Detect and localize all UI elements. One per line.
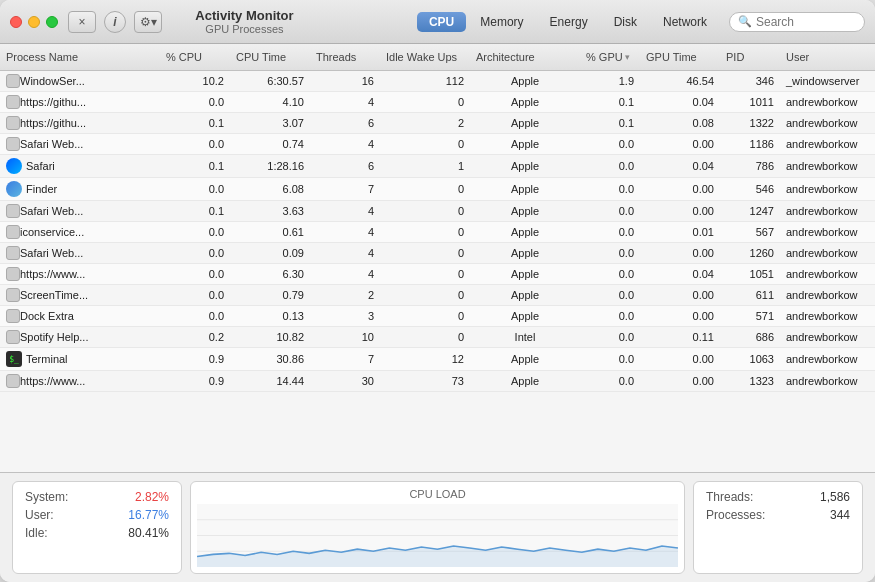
td-gpu: 0.0 <box>580 155 640 177</box>
td-user: andrewborkow <box>780 285 875 305</box>
td-user: andrewborkow <box>780 92 875 112</box>
td-arch: Apple <box>470 134 580 154</box>
td-pid: 1011 <box>720 92 780 112</box>
tab-cpu[interactable]: CPU <box>417 12 466 32</box>
td-threads: 4 <box>310 243 380 263</box>
sort-arrow-gpu: ▾ <box>625 52 630 62</box>
threads-panel: Threads: 1,586 Processes: 344 <box>693 481 863 574</box>
system-stat-row: System: 2.82% <box>25 490 169 504</box>
titlebar: × i ⚙ ▾ Activity Monitor GPU Processes C… <box>0 0 875 44</box>
td-gpu: 0.0 <box>580 201 640 221</box>
td-gpu-time: 0.04 <box>640 155 720 177</box>
td-cpu: 0.0 <box>160 92 230 112</box>
th-gpu-time[interactable]: GPU Time <box>640 48 720 66</box>
table-row[interactable]: https://githu... 0.1 3.07 6 2 Apple 0.1 … <box>0 113 875 134</box>
table-row[interactable]: https://githu... 0.0 4.10 4 0 Apple 0.1 … <box>0 92 875 113</box>
system-value: 2.82% <box>135 490 169 504</box>
td-pid: 546 <box>720 178 780 200</box>
td-cpu-time: 10.82 <box>230 327 310 347</box>
table-row[interactable]: WindowSer... 10.2 6:30.57 16 112 Apple 1… <box>0 71 875 92</box>
th-cpu-time[interactable]: CPU Time <box>230 48 310 66</box>
search-box[interactable]: 🔍 <box>729 12 865 32</box>
td-cpu: 0.1 <box>160 113 230 133</box>
table-row[interactable]: Safari 0.1 1:28.16 6 1 Apple 0.0 0.04 78… <box>0 155 875 178</box>
table-row[interactable]: Spotify Help... 0.2 10.82 10 0 Intel 0.0… <box>0 327 875 348</box>
table-row[interactable]: Finder 0.0 6.08 7 0 Apple 0.0 0.00 546 a… <box>0 178 875 201</box>
td-threads: 4 <box>310 92 380 112</box>
processes-value: 344 <box>830 508 850 522</box>
td-gpu: 0.0 <box>580 134 640 154</box>
td-cpu-time: 0.61 <box>230 222 310 242</box>
td-user: andrewborkow <box>780 201 875 221</box>
td-pid: 571 <box>720 306 780 326</box>
td-gpu-time: 46.54 <box>640 71 720 91</box>
tab-disk[interactable]: Disk <box>602 12 649 32</box>
td-cpu: 0.0 <box>160 243 230 263</box>
table-row[interactable]: https://www... 0.0 6.30 4 0 Apple 0.0 0.… <box>0 264 875 285</box>
tab-energy[interactable]: Energy <box>538 12 600 32</box>
th-gpu[interactable]: % GPU ▾ <box>580 48 640 66</box>
td-cpu: 0.0 <box>160 285 230 305</box>
td-user: andrewborkow <box>780 113 875 133</box>
td-arch: Apple <box>470 155 580 177</box>
tab-network[interactable]: Network <box>651 12 719 32</box>
td-threads: 30 <box>310 371 380 391</box>
th-process-name[interactable]: Process Name <box>0 48 160 66</box>
td-threads: 6 <box>310 113 380 133</box>
table-row[interactable]: ScreenTime... 0.0 0.79 2 0 Apple 0.0 0.0… <box>0 285 875 306</box>
stats-panel: System: 2.82% User: 16.77% Idle: 80.41% <box>12 481 182 574</box>
td-cpu-time: 1:28.16 <box>230 155 310 177</box>
td-arch: Apple <box>470 113 580 133</box>
td-gpu-time: 0.00 <box>640 134 720 154</box>
minimize-button[interactable] <box>28 16 40 28</box>
td-arch: Apple <box>470 201 580 221</box>
table-row[interactable]: iconservice... 0.0 0.61 4 0 Apple 0.0 0.… <box>0 222 875 243</box>
td-cpu-time: 3.07 <box>230 113 310 133</box>
td-pid: 1323 <box>720 371 780 391</box>
table-row[interactable]: Safari Web... 0.1 3.63 4 0 Apple 0.0 0.0… <box>0 201 875 222</box>
th-threads[interactable]: Threads <box>310 48 380 66</box>
td-arch: Apple <box>470 92 580 112</box>
td-pid: 1247 <box>720 201 780 221</box>
td-threads: 3 <box>310 306 380 326</box>
th-arch[interactable]: Architecture <box>470 48 580 66</box>
td-user: andrewborkow <box>780 243 875 263</box>
table-row[interactable]: https://www... 0.9 14.44 30 73 Apple 0.0… <box>0 371 875 392</box>
td-threads: 4 <box>310 134 380 154</box>
th-idle-wake[interactable]: Idle Wake Ups <box>380 48 470 66</box>
search-input[interactable] <box>756 15 856 29</box>
td-arch: Apple <box>470 71 580 91</box>
td-gpu-time: 0.08 <box>640 113 720 133</box>
process-icon <box>6 225 20 239</box>
th-pid[interactable]: PID <box>720 48 780 66</box>
td-user: andrewborkow <box>780 264 875 284</box>
td-cpu: 0.0 <box>160 264 230 284</box>
td-cpu-time: 4.10 <box>230 92 310 112</box>
td-arch: Apple <box>470 243 580 263</box>
td-gpu: 0.0 <box>580 222 640 242</box>
tab-memory[interactable]: Memory <box>468 12 535 32</box>
td-gpu-time: 0.00 <box>640 306 720 326</box>
table-row[interactable]: Safari Web... 0.0 0.74 4 0 Apple 0.0 0.0… <box>0 134 875 155</box>
td-gpu: 0.0 <box>580 306 640 326</box>
td-gpu: 0.0 <box>580 285 640 305</box>
th-cpu[interactable]: % CPU <box>160 48 230 66</box>
td-threads: 4 <box>310 201 380 221</box>
close-button[interactable] <box>10 16 22 28</box>
td-idle-wake: 1 <box>380 155 470 177</box>
table-row[interactable]: Safari Web... 0.0 0.09 4 0 Apple 0.0 0.0… <box>0 243 875 264</box>
table-body: WindowSer... 10.2 6:30.57 16 112 Apple 1… <box>0 71 875 472</box>
maximize-button[interactable] <box>46 16 58 28</box>
table-row[interactable]: Dock Extra 0.0 0.13 3 0 Apple 0.0 0.00 5… <box>0 306 875 327</box>
tab-bar: CPU Memory Energy Disk Network <box>417 12 719 32</box>
td-idle-wake: 0 <box>380 201 470 221</box>
td-gpu: 0.1 <box>580 92 640 112</box>
table-row[interactable]: $_Terminal 0.9 30.86 7 12 Apple 0.0 0.00… <box>0 348 875 371</box>
td-gpu-time: 0.00 <box>640 371 720 391</box>
td-cpu-time: 0.79 <box>230 285 310 305</box>
td-threads: 16 <box>310 71 380 91</box>
td-cpu: 0.0 <box>160 306 230 326</box>
td-name: WindowSer... <box>0 71 160 91</box>
th-user[interactable]: User <box>780 48 875 66</box>
table-container: Process Name % CPU CPU Time Threads Idle… <box>0 44 875 472</box>
